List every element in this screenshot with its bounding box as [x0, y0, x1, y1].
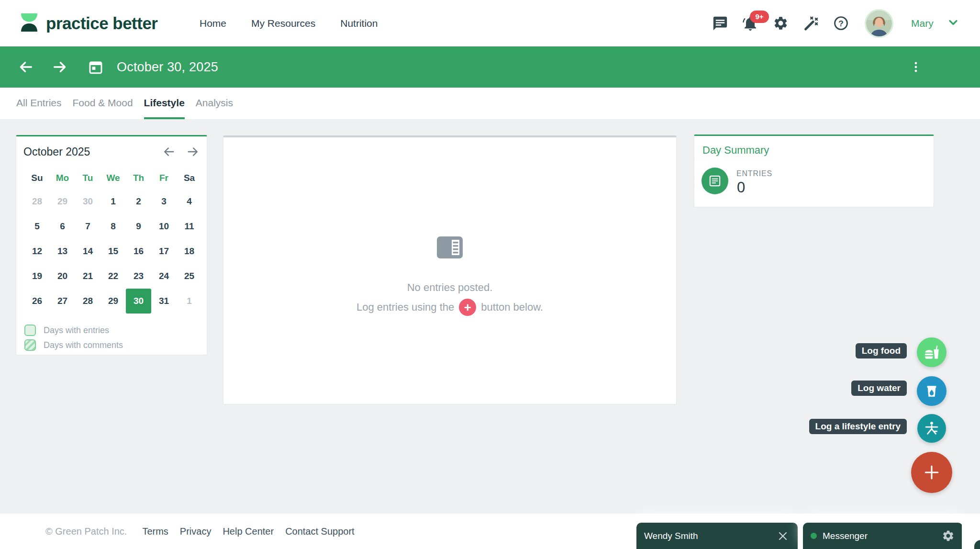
day-summary-title: Day Summary: [702, 144, 769, 157]
tab-item[interactable]: All Entries: [16, 88, 62, 119]
calendar-day[interactable]: 3: [151, 189, 177, 214]
calendar-day[interactable]: 30: [75, 189, 100, 214]
messages-button[interactable]: [711, 14, 729, 33]
user-name[interactable]: Mary: [911, 18, 934, 29]
calendar-day[interactable]: 8: [100, 214, 126, 239]
navbar-actions: 9+: [711, 0, 959, 46]
more-options-button[interactable]: [904, 56, 927, 78]
nav-link[interactable]: My Resources: [251, 18, 315, 29]
calendar-day-grid: 2829301234567891011121314151617181920212…: [24, 189, 202, 314]
log-lifestyle-button[interactable]: [917, 414, 946, 443]
calendar-next-month-button[interactable]: [186, 145, 200, 158]
nav-link[interactable]: Nutrition: [340, 18, 378, 29]
calendar-day[interactable]: 12: [24, 239, 50, 264]
calendar-day[interactable]: 5: [24, 214, 50, 239]
hourglass-logo-icon: [19, 11, 39, 36]
arrow-left-icon: [18, 59, 34, 75]
magic-wand-button[interactable]: [802, 14, 820, 33]
calendar-day[interactable]: 11: [177, 214, 202, 239]
entries-count-icon: [702, 168, 728, 194]
tab-item[interactable]: Food & Mood: [73, 88, 133, 119]
magic-wand-icon: [802, 15, 819, 32]
log-food-label: Log food: [856, 343, 907, 359]
footer-link[interactable]: Contact Support: [285, 526, 355, 537]
close-icon[interactable]: [776, 529, 790, 543]
legend-item: Days with entries: [24, 325, 123, 336]
calendar-day[interactable]: 1: [177, 289, 202, 314]
tab-item[interactable]: Analysis: [196, 88, 233, 119]
date-picker-button[interactable]: [84, 56, 107, 78]
calendar-day[interactable]: 16: [126, 239, 151, 264]
chat-conversation-bar[interactable]: Wendy Smith: [636, 523, 798, 549]
calendar-day[interactable]: 27: [50, 289, 75, 314]
footer-link[interactable]: Terms: [142, 526, 168, 537]
arrow-right-icon: [52, 59, 68, 75]
add-entry-fab[interactable]: [911, 452, 952, 493]
legend-swatch: [24, 339, 36, 351]
top-navbar: practicebetter HomeMy ResourcesNutrition: [0, 0, 980, 46]
mini-calendar: October 2025 SuMoTuWeThFrSa 282930123456…: [16, 135, 207, 355]
footer-link[interactable]: Privacy: [180, 526, 212, 537]
calendar-day[interactable]: 23: [126, 264, 151, 289]
calendar-day[interactable]: 30: [126, 289, 151, 314]
calendar-day[interactable]: 7: [75, 214, 100, 239]
calendar-day[interactable]: 29: [50, 189, 75, 214]
weekday-label: Fr: [151, 172, 177, 184]
messenger-bar[interactable]: Messenger: [803, 523, 963, 549]
calendar-day[interactable]: 4: [177, 189, 202, 214]
log-lifestyle-label: Log a lifestyle entry: [809, 419, 907, 434]
help-button[interactable]: ?: [832, 14, 850, 33]
brand-logo[interactable]: practicebetter: [19, 0, 158, 46]
date-header: October 30, 2025: [0, 46, 980, 88]
next-day-button[interactable]: [48, 56, 71, 78]
footer-link[interactable]: Help Center: [223, 526, 274, 537]
chevron-down-icon[interactable]: [947, 17, 959, 30]
weekday-label: Tu: [75, 172, 100, 184]
calendar-day[interactable]: 28: [24, 189, 50, 214]
calendar-day[interactable]: 2: [126, 189, 151, 214]
calendar-day[interactable]: 6: [50, 214, 75, 239]
calendar-day[interactable]: 10: [151, 214, 177, 239]
calendar-day[interactable]: 20: [50, 264, 75, 289]
empty-state-title: No entries posted.: [407, 281, 493, 294]
calendar-day[interactable]: 28: [75, 289, 100, 314]
calendar-day[interactable]: 21: [75, 264, 100, 289]
log-food-button[interactable]: [917, 337, 947, 367]
calendar-day[interactable]: 26: [24, 289, 50, 314]
empty-state-hint: Log entries using the + button below.: [356, 299, 543, 316]
tab-item[interactable]: Lifestyle: [144, 88, 185, 119]
inline-add-entry-button[interactable]: +: [459, 299, 476, 316]
calendar-day[interactable]: 9: [126, 214, 151, 239]
current-date-title: October 30, 2025: [117, 46, 218, 88]
calendar-day[interactable]: 24: [151, 264, 177, 289]
calendar-day[interactable]: 13: [50, 239, 75, 264]
copyright-text: © Green Patch Inc.: [45, 526, 127, 537]
calendar-day[interactable]: 18: [177, 239, 202, 264]
calendar-day[interactable]: 29: [100, 289, 126, 314]
calendar-day[interactable]: 19: [24, 264, 50, 289]
nav-link[interactable]: Home: [200, 18, 226, 29]
settings-button[interactable]: [771, 14, 790, 33]
user-avatar[interactable]: [865, 9, 893, 38]
calendar-month-title: October 2025: [23, 146, 90, 158]
calendar-day[interactable]: 25: [177, 264, 202, 289]
calendar-day[interactable]: 22: [100, 264, 126, 289]
calendar-day[interactable]: 31: [151, 289, 177, 314]
calendar-prev-month-button[interactable]: [162, 145, 176, 158]
plus-icon: [921, 462, 942, 483]
calendar-day[interactable]: 1: [100, 189, 126, 214]
previous-day-button[interactable]: [14, 56, 37, 78]
notifications-button[interactable]: 9+: [741, 14, 759, 33]
brand-name: practicebetter: [46, 14, 158, 33]
calendar-day[interactable]: 14: [75, 239, 100, 264]
calendar-day[interactable]: 15: [100, 239, 126, 264]
day-summary-card: Day Summary ENTRIES 0: [694, 134, 934, 207]
chat-contact-name: Wendy Smith: [644, 531, 698, 541]
calendar-day[interactable]: 17: [151, 239, 177, 264]
legend-label: Days with entries: [44, 325, 109, 336]
legend-swatch: [24, 325, 36, 336]
messenger-settings-icon[interactable]: [941, 529, 955, 543]
kebab-menu-icon: [910, 61, 922, 73]
log-water-button[interactable]: [917, 376, 947, 406]
weekday-label: Mo: [50, 172, 75, 184]
